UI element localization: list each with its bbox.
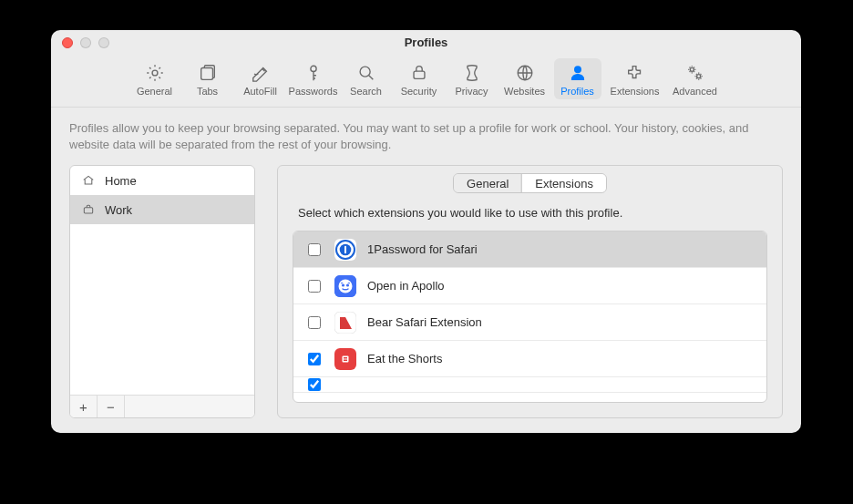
toolbar-tab-profiles[interactable]: Profiles <box>554 58 601 99</box>
extension-row[interactable]: Bear Safari Extension <box>293 304 766 341</box>
svg-point-8 <box>696 75 700 78</box>
autofill-icon <box>249 61 272 85</box>
sidebar-item-home[interactable]: Home <box>70 166 254 195</box>
sidebar-item-work[interactable]: Work <box>70 195 254 224</box>
toolbar-tab-autofill[interactable]: AutoFill <box>237 58 284 99</box>
sidebar-item-label: Work <box>105 203 132 217</box>
toolbar-tab-search[interactable]: Search <box>343 58 390 99</box>
detail-panel: GeneralExtensions Select which extension… <box>277 165 783 418</box>
privacy-icon <box>460 61 484 85</box>
extensions-list: 1Password for Safari Open in Apollo Bear… <box>293 231 767 403</box>
toolbar-tab-label: Search <box>350 86 382 97</box>
toolbar-tab-label: Tabs <box>197 86 218 97</box>
zoom-icon[interactable] <box>98 37 109 48</box>
minimize-icon[interactable] <box>80 37 91 48</box>
add-profile-button[interactable]: + <box>70 396 98 417</box>
profiles-list: Home Work <box>70 166 254 395</box>
websites-icon <box>513 61 537 85</box>
toolbar-tab-privacy[interactable]: Privacy <box>448 58 496 99</box>
extension-row[interactable]: Eat the Shorts <box>293 341 766 377</box>
preferences-window: Profiles General Tabs AutoFill Passwords… <box>51 30 801 433</box>
close-icon[interactable] <box>62 37 73 48</box>
toolbar-tab-label: AutoFill <box>243 86 277 97</box>
search-icon <box>355 61 378 85</box>
general-icon <box>143 61 167 85</box>
house-icon <box>81 173 96 188</box>
svg-rect-1 <box>200 68 212 80</box>
apollo-icon <box>334 275 356 297</box>
extension-name: Open in Apollo <box>367 279 445 293</box>
extensions-icon <box>623 61 647 85</box>
svg-point-16 <box>346 283 349 286</box>
detail-instruction: Select which extensions you would like t… <box>298 206 762 220</box>
body: Profiles allow you to keep your browsing… <box>51 108 801 433</box>
svg-point-0 <box>152 70 158 76</box>
traffic-lights <box>62 37 109 48</box>
extension-row[interactable]: 1Password for Safari <box>293 231 766 268</box>
titlebar: Profiles <box>51 30 801 55</box>
extension-checkbox[interactable] <box>308 378 321 391</box>
security-icon <box>407 61 431 85</box>
segment-extensions[interactable]: Extensions <box>521 174 606 192</box>
svg-rect-22 <box>344 359 347 361</box>
extension-name: 1Password for Safari <box>367 242 478 256</box>
advanced-icon <box>683 61 707 85</box>
svg-point-3 <box>360 67 370 77</box>
svg-point-15 <box>342 283 344 286</box>
toolbar-tab-label: Passwords <box>289 86 338 97</box>
toolbar-tab-extensions[interactable]: Extensions <box>607 58 663 99</box>
profiles-footer: + − <box>70 395 254 417</box>
extension-row[interactable]: Open in Apollo <box>293 268 766 304</box>
svg-rect-9 <box>84 208 92 213</box>
toolbar-tab-label: Privacy <box>455 86 488 97</box>
segment-general[interactable]: General <box>454 174 521 192</box>
extension-row[interactable] <box>293 377 766 393</box>
toolbar-tab-general[interactable]: General <box>131 58 179 99</box>
segmented-control: GeneralExtensions <box>453 173 607 193</box>
toolbar-tab-label: Profiles <box>560 86 594 97</box>
briefcase-icon <box>81 202 96 217</box>
tabs-icon <box>196 61 220 85</box>
columns: Home Work + − GeneralExtensions Select w… <box>69 165 783 418</box>
extension-checkbox[interactable] <box>308 353 321 365</box>
extension-checkbox[interactable] <box>308 243 321 256</box>
svg-rect-20 <box>343 355 349 362</box>
remove-profile-button[interactable]: − <box>98 396 125 417</box>
extension-name: Bear Safari Extension <box>367 315 482 329</box>
preferences-toolbar: General Tabs AutoFill Passwords Search S… <box>51 55 801 108</box>
profiles-sidebar: Home Work + − <box>69 165 255 418</box>
toolbar-tab-advanced[interactable]: Advanced <box>669 58 722 99</box>
svg-point-2 <box>310 66 315 71</box>
profiles-description: Profiles allow you to keep your browsing… <box>69 120 771 152</box>
toolbar-tab-label: Websites <box>504 86 545 97</box>
extension-checkbox[interactable] <box>308 280 321 293</box>
extension-name: Eat the Shorts <box>367 352 442 365</box>
toolbar-tab-tabs[interactable]: Tabs <box>184 58 231 99</box>
segmented-wrap: GeneralExtensions <box>293 173 767 193</box>
window-title: Profiles <box>405 36 448 49</box>
profiles-icon <box>566 61 590 85</box>
onepassword-icon <box>334 239 356 261</box>
toolbar-tab-security[interactable]: Security <box>396 58 443 99</box>
sidebar-item-label: Home <box>105 174 137 188</box>
extensions-scroll[interactable]: 1Password for Safari Open in Apollo Bear… <box>293 231 766 402</box>
toolbar-tab-label: General <box>137 86 172 97</box>
passwords-icon <box>302 61 325 85</box>
svg-rect-12 <box>344 245 346 252</box>
shorts-icon <box>334 348 356 370</box>
extension-checkbox[interactable] <box>308 316 321 329</box>
svg-rect-4 <box>414 71 425 78</box>
svg-rect-21 <box>344 357 347 359</box>
svg-point-6 <box>574 67 581 73</box>
bear-icon <box>334 312 356 334</box>
toolbar-tab-label: Advanced <box>673 86 717 97</box>
toolbar-tab-label: Security <box>401 86 437 97</box>
toolbar-tab-label: Extensions <box>611 86 660 97</box>
toolbar-tab-websites[interactable]: Websites <box>501 58 549 99</box>
svg-point-7 <box>690 67 694 71</box>
svg-point-14 <box>339 279 353 293</box>
toolbar-tab-passwords[interactable]: Passwords <box>290 58 337 99</box>
